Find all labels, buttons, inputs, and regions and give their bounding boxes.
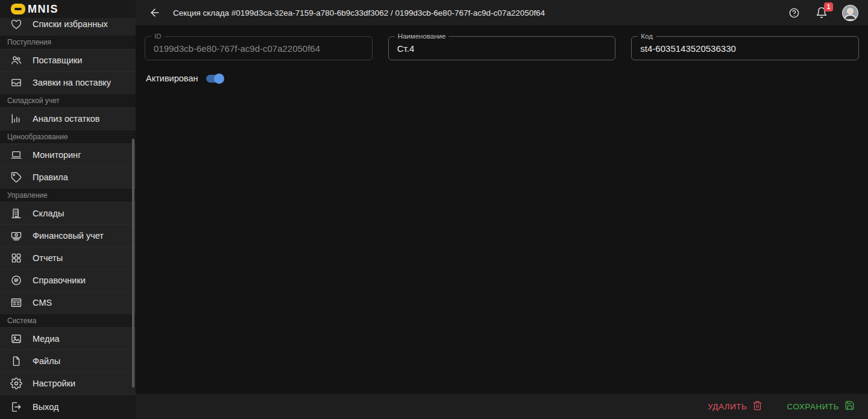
- action-bar: УДАЛИТЬ СОХРАНИТЬ: [136, 394, 868, 419]
- save-button[interactable]: СОХРАНИТЬ: [787, 400, 855, 412]
- sidebar-section-pricing: Ценообразование: [0, 130, 136, 143]
- sidebar-item-label: Поставщики: [33, 55, 82, 65]
- code-input[interactable]: [632, 37, 858, 60]
- delete-button[interactable]: УДАЛИТЬ: [708, 400, 763, 412]
- sidebar-item-logout[interactable]: Выход: [0, 394, 136, 419]
- name-field-label: Наименование: [395, 32, 449, 41]
- activated-toggle[interactable]: [206, 75, 222, 83]
- page-header: Секция склада #0199d3ca-32ea-7159-a780-6…: [136, 0, 868, 25]
- id-field: ID: [145, 36, 373, 60]
- sidebar-item-label: Медиа: [33, 334, 60, 344]
- file-icon: [10, 355, 23, 367]
- sidebar-item-suppliers[interactable]: Поставщики: [0, 49, 136, 71]
- sidebar-item-reports[interactable]: Отчеты: [0, 247, 136, 269]
- laptop-icon: [10, 149, 23, 161]
- sidebar-item-rules[interactable]: Правила: [0, 166, 136, 188]
- grid-icon: [10, 252, 23, 264]
- activated-toggle-row: Активирован: [136, 60, 868, 83]
- save-button-label: СОХРАНИТЬ: [787, 402, 839, 411]
- heart-icon: [10, 18, 23, 30]
- sidebar-menu: Списки избранных Поступления Поставщики …: [0, 18, 136, 394]
- name-field: Наименование: [388, 36, 616, 60]
- sidebar-scrollbar[interactable]: [132, 139, 134, 388]
- logo-wordmark: MNIS: [28, 3, 58, 16]
- content-area: ID Наименование Код Активирован: [136, 25, 868, 394]
- sidebar-item-settings[interactable]: Настройки: [0, 372, 136, 394]
- sidebar-item-media[interactable]: Медиа: [0, 327, 136, 350]
- sidebar-item-label: Заявки на поставку: [33, 78, 111, 87]
- logo-o-icon: [11, 4, 25, 14]
- tag-icon: [10, 171, 23, 183]
- sidebar-section-warehouse-accounting: Складской учет: [0, 93, 136, 107]
- sidebar-item-label: Склады: [33, 209, 64, 218]
- inbox-icon: [10, 77, 23, 89]
- sidebar-item-directories[interactable]: Справочники: [0, 269, 136, 291]
- app-window: MNIS Списки избранных Поступления: [0, 0, 868, 419]
- sidebar-section-management: Управление: [0, 188, 136, 202]
- floppy-save-icon: [844, 400, 855, 412]
- trash-icon: [752, 400, 763, 412]
- id-field-label: ID: [151, 32, 165, 41]
- sidebar-item-label: Мониторинг: [33, 150, 81, 160]
- list-circle-icon: [10, 274, 23, 286]
- sidebar-item-label: Файлы: [33, 356, 60, 366]
- sidebar-item-label: Анализ остатков: [33, 114, 99, 124]
- cms-layout-icon: [10, 297, 23, 309]
- sidebar-item-monitoring[interactable]: Мониторинг: [0, 143, 136, 166]
- sidebar: MNIS Списки избранных Поступления: [0, 0, 136, 419]
- sidebar-item-label: Настройки: [33, 379, 75, 388]
- sidebar-item-label: Правила: [33, 172, 68, 182]
- bar-chart-icon: [10, 113, 23, 125]
- sidebar-item-financial-accounting[interactable]: Финансовый учет: [0, 224, 136, 247]
- building-icon: [10, 207, 23, 219]
- sidebar-item-warehouses[interactable]: Склады: [0, 202, 136, 224]
- delete-button-label: УДАЛИТЬ: [708, 402, 747, 411]
- code-field-label: Код: [638, 32, 656, 41]
- sidebar-item-cms[interactable]: CMS: [0, 291, 136, 313]
- sidebar-item-stock-analysis[interactable]: Анализ остатков: [0, 107, 136, 130]
- page-title: Секция склада #0199d3ca-32ea-7159-a780-6…: [173, 8, 545, 17]
- sidebar-item-label: Отчеты: [33, 253, 63, 263]
- sidebar-section-system: Система: [0, 313, 136, 327]
- sidebar-item-label: Финансовый учет: [33, 231, 104, 241]
- logout-icon: [10, 401, 23, 413]
- toggle-knob-icon: [214, 74, 224, 84]
- activated-toggle-label: Активирован: [146, 74, 198, 83]
- sidebar-item-label: Справочники: [33, 276, 86, 285]
- back-button[interactable]: [148, 5, 162, 20]
- media-image-icon: [10, 333, 23, 345]
- sidebar-section-receipts: Поступления: [0, 35, 136, 49]
- people-icon: [10, 54, 23, 66]
- main-area: Секция склада #0199d3ca-32ea-7159-a780-6…: [136, 0, 868, 419]
- id-input: [145, 37, 372, 60]
- notification-badge: 1: [824, 2, 833, 11]
- sidebar-item-supply-requests[interactable]: Заявки на поставку: [0, 71, 136, 93]
- sidebar-item-files[interactable]: Файлы: [0, 350, 136, 372]
- help-icon[interactable]: [787, 5, 801, 20]
- sidebar-item-label: Списки избранных: [33, 19, 108, 29]
- sidebar-item-favorites[interactable]: Списки избранных: [0, 18, 136, 35]
- brand-logo: MNIS: [0, 0, 136, 18]
- header-actions: 1: [787, 5, 858, 21]
- user-avatar[interactable]: [842, 5, 858, 21]
- banknote-icon: [10, 230, 23, 242]
- sidebar-item-label: Выход: [33, 402, 58, 412]
- sidebar-item-label: CMS: [33, 298, 52, 307]
- form-fields-row: ID Наименование Код: [136, 25, 868, 60]
- code-field: Код: [631, 36, 859, 60]
- gear-icon: [10, 377, 23, 389]
- notifications-bell-icon[interactable]: 1: [814, 5, 829, 20]
